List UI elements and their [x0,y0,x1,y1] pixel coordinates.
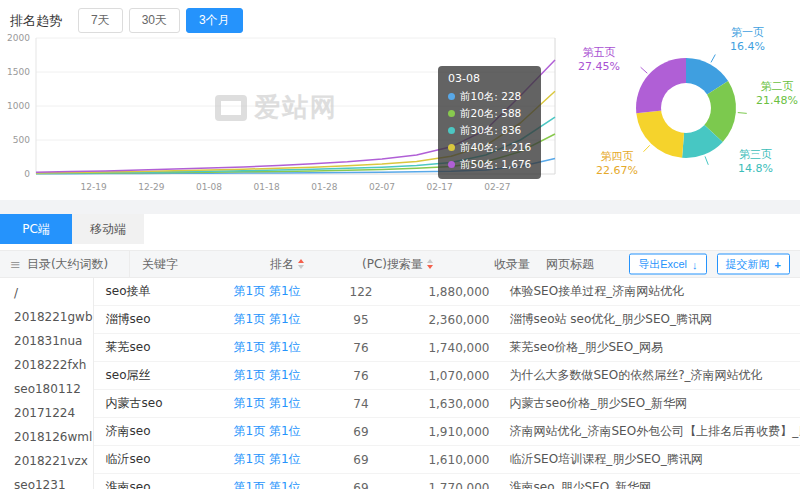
table-row: 莱芜seo第1页 第1位761,740,000莱芜seo价格_朋少SEO_网易 [94,334,800,362]
search-volume-cell: 69 [324,425,399,439]
tooltip-item-text: 前50名: 1,676 [460,156,531,173]
indexed-count-cell: 1,880,000 [399,285,494,299]
rank-link[interactable]: 第1页 第1位 [234,480,301,489]
svg-text:02-07: 02-07 [369,182,395,192]
column-indexed: 收录量 [435,256,530,273]
pie-slice-name: 第五页 [578,46,620,60]
menu-icon: ≡ [10,257,21,272]
tooltip-item: 前20名: 588 [448,105,531,122]
tooltip-item-text: 前40名: 1,216 [460,139,531,156]
tooltip-item-text: 前20名: 588 [460,105,521,122]
page-distribution-chart: 第一页16.4% 第二页21.48% 第三页14.8% 第四页22.67% 第五… [562,24,800,196]
tab-pc[interactable]: PC端 [0,214,72,244]
keyword-cell: 莱芜seo [94,339,234,356]
table-row: 济南seo第1页 第1位691,910,000济南网站优化_济南SEO外包公司【… [94,418,800,446]
svg-text:1500: 1500 [7,67,30,77]
sort-asc-icon[interactable] [298,259,304,263]
pie-label-page5: 第五页27.45% [578,46,620,74]
column-search-volume[interactable]: (PC)搜索量 [360,256,435,273]
page-title-cell: 为什么大多数做SEO的依然屌丝?_济南网站优化 [494,367,800,384]
rank-cell: 第1页 第1位 [234,479,324,489]
sort-desc-icon[interactable] [427,265,433,269]
rank-cell: 第1页 第1位 [234,339,324,356]
page-title-cell: 莱芜seo价格_朋少SEO_网易 [494,339,800,356]
svg-text:12-29: 12-29 [138,182,164,192]
pie-slice-percent: 27.45% [578,60,620,74]
svg-text:02-17: 02-17 [427,182,453,192]
svg-text:12-19: 12-19 [81,182,107,192]
rank-link[interactable]: 第1页 第1位 [234,368,301,382]
keyword-cell: seo屌丝 [94,367,234,384]
indexed-count-cell: 1,630,000 [399,397,494,411]
page-title-cell: 内蒙古seo价格_朋少SEO_新华网 [494,395,800,412]
sidebar-item-directory[interactable]: 2018222fxh [0,353,93,377]
download-icon: ↓ [692,258,698,270]
search-volume-cell: 122 [324,285,399,299]
pie-slice-percent: 16.4% [730,40,765,54]
indexed-count-cell: 2,360,000 [399,313,494,327]
svg-text:0: 0 [24,169,30,179]
sidebar-item-directory[interactable]: seo1231 [0,473,93,489]
search-volume-cell: 69 [324,453,399,467]
rank-link[interactable]: 第1页 第1位 [234,340,301,354]
rank-link[interactable]: 第1页 第1位 [234,396,301,410]
search-volume-cell: 69 [324,481,399,489]
tooltip-item-text: 前10名: 228 [460,88,521,105]
section-title: 排名趋势 [10,12,62,30]
indexed-count-cell: 1,070,000 [399,369,494,383]
rank-cell: 第1页 第1位 [234,311,324,328]
page-title-cell: 体验SEO接单过程_济南网站优化 [494,283,800,300]
chart-tooltip: 03-08 前10名: 228前20名: 588前30名: 836前40名: 1… [438,66,541,179]
rank-cell: 第1页 第1位 [234,283,324,300]
tooltip-item: 前50名: 1,676 [448,156,531,173]
rank-link[interactable]: 第1页 第1位 [234,424,301,438]
device-tabs: PC端 移动端 [0,214,800,244]
rank-link[interactable]: 第1页 第1位 [234,312,301,326]
section-divider [0,200,800,214]
table-header: ≡ 目录(大约词数) 关键字 排名 (PC)搜索量 收录量 网页标题 导出Exc… [0,250,800,278]
pie-slice-name: 第四页 [596,150,638,164]
keyword-cell: 临沂seo [94,451,234,468]
pie-slice-percent: 22.67% [596,164,638,178]
page-title-cell: 淮南seo_朋少SEO_新华网 [494,479,800,489]
rank-trend-section: 排名趋势 7天 30天 3个月 050010001500200012-1912-… [0,0,800,200]
pie-slice-name: 第一页 [730,26,765,40]
sidebar-item-directory[interactable]: seo180112 [0,377,93,401]
sidebar-item-directory[interactable]: 2018126wml [0,425,93,449]
tab-mobile[interactable]: 移动端 [72,214,144,244]
svg-text:500: 500 [13,135,30,145]
rank-link[interactable]: 第1页 第1位 [234,284,301,298]
pie-slice-percent: 21.48% [756,94,798,108]
column-rank[interactable]: 排名 [270,256,360,273]
header-actions: 导出Excel↓ 提交新闻+ [629,254,790,275]
svg-text:01-28: 01-28 [311,182,337,192]
indexed-count-cell: 1,910,000 [399,425,494,439]
keyword-cell: 内蒙古seo [94,395,234,412]
svg-text:2000: 2000 [7,33,30,43]
sidebar-item-directory[interactable]: 20171224 [0,401,93,425]
directory-header-label: 目录(大约词数) [27,256,108,273]
table-row: seo接单第1页 第1位1221,880,000体验SEO接单过程_济南网站优化 [94,278,800,306]
svg-text:02-27: 02-27 [484,182,510,192]
keyword-cell: 淄博seo [94,311,234,328]
keyword-cell: 淮南seo [94,479,234,489]
rank-link[interactable]: 第1页 第1位 [234,452,301,466]
sort-asc-icon[interactable] [427,259,433,263]
plus-icon: + [775,258,781,270]
search-volume-cell: 76 [324,341,399,355]
rank-cell: 第1页 第1位 [234,451,324,468]
search-volume-cell: 95 [324,313,399,327]
sidebar-item-directory[interactable]: 2018221vzx [0,449,93,473]
series-dot-icon [448,93,455,100]
table-body: /2018221gwb201831nua2018222fxhseo1801122… [0,278,800,489]
submit-news-button[interactable]: 提交新闻+ [717,254,790,275]
sort-desc-icon[interactable] [298,265,304,269]
sidebar-item-directory[interactable]: 2018221gwb [0,305,93,329]
sidebar-item-directory[interactable]: 201831nua [0,329,93,353]
rank-cell: 第1页 第1位 [234,423,324,440]
export-excel-button[interactable]: 导出Excel↓ [629,254,706,275]
sidebar-item-directory[interactable]: / [0,281,93,305]
table-row: 淮南seo第1页 第1位691,770,000淮南seo_朋少SEO_新华网 [94,474,800,489]
search-volume-cell: 76 [324,369,399,383]
svg-text:01-08: 01-08 [196,182,222,192]
